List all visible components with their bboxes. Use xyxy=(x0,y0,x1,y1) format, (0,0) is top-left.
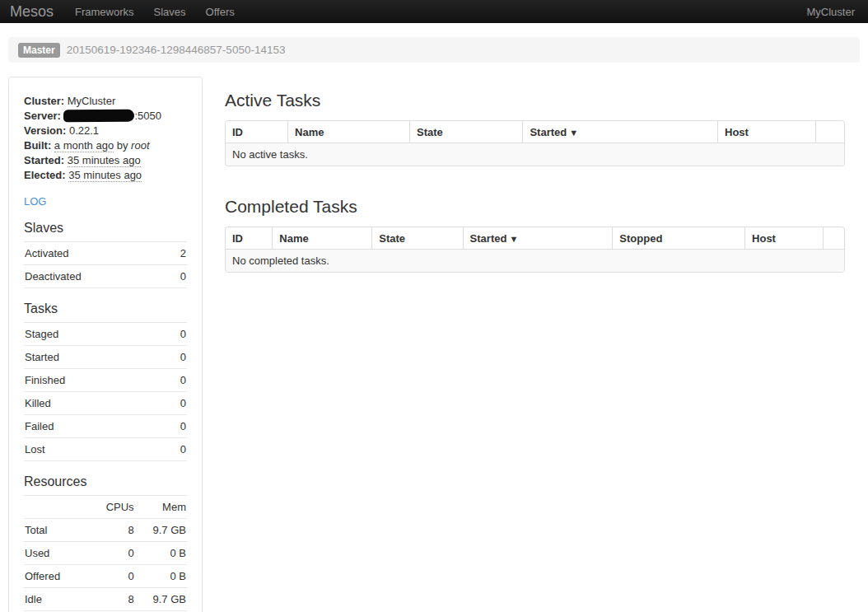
tasks-failed-value: 0 xyxy=(162,415,187,438)
active-col-id[interactable]: ID xyxy=(226,121,287,142)
active-col-host[interactable]: Host xyxy=(717,121,815,142)
slaves-table: Activated 2 Deactivated 0 xyxy=(24,242,187,288)
completed-col-host[interactable]: Host xyxy=(744,227,823,249)
slaves-activated-value: 2 xyxy=(168,242,187,265)
version-label: Version: xyxy=(24,124,66,137)
active-col-name[interactable]: Name xyxy=(287,121,409,142)
cluster-label: Cluster: xyxy=(24,95,64,107)
nav-offers[interactable]: Offers xyxy=(196,6,245,18)
tasks-killed-value: 0 xyxy=(162,392,187,415)
elected-time: 35 minutes ago xyxy=(68,169,142,182)
tasks-lost-value: 0 xyxy=(162,438,187,461)
tasks-table: Staged 0 Started 0 Finished 0 Killed 0 F… xyxy=(24,323,187,461)
column-label: Name xyxy=(295,126,324,138)
log-link[interactable]: LOG xyxy=(24,195,46,208)
table-row: Finished 0 xyxy=(24,369,187,392)
resources-offered-cpus: 0 xyxy=(89,565,134,588)
table-row: Killed 0 xyxy=(24,392,187,415)
table-row: CPUs Mem xyxy=(24,496,187,519)
column-label: State xyxy=(417,126,443,138)
completed-tasks-header-row: ID Name State Started▼ Stopped Host xyxy=(226,227,844,249)
slaves-section-title: Slaves xyxy=(24,221,187,242)
cluster-value: MyCluster xyxy=(68,95,116,107)
resources-idle-mem: 9.7 GB xyxy=(135,588,187,611)
resources-total-cpus: 8 xyxy=(89,519,134,542)
completed-tasks-title: Completed Tasks xyxy=(225,197,845,217)
tasks-finished-value: 0 xyxy=(162,369,187,392)
redacted-server-host xyxy=(63,110,134,123)
column-label: Host xyxy=(725,126,749,138)
completed-col-state[interactable]: State xyxy=(371,227,462,249)
completed-col-name[interactable]: Name xyxy=(272,227,371,249)
column-label: ID xyxy=(232,232,243,245)
slaves-deactivated-value: 0 xyxy=(168,265,187,288)
resources-corner-cell xyxy=(24,496,89,519)
column-label: Name xyxy=(279,232,308,245)
table-row: Failed 0 xyxy=(24,415,187,438)
table-row: Idle 8 9.7 GB xyxy=(24,588,187,611)
top-navbar: Mesos Frameworks Slaves Offers MyCluster xyxy=(0,0,868,23)
resources-offered-label: Offered xyxy=(24,565,89,588)
nav-slaves[interactable]: Slaves xyxy=(144,6,196,18)
sort-desc-icon: ▼ xyxy=(569,128,578,138)
built-by-text: by xyxy=(117,139,128,152)
tasks-failed-label: Failed xyxy=(24,415,162,438)
table-row: Lost 0 xyxy=(24,438,187,461)
breadcrumb: Master 20150619-192346-1298446857-5050-1… xyxy=(8,37,860,63)
completed-col-stopped[interactable]: Stopped xyxy=(612,227,744,249)
completed-col-id[interactable]: ID xyxy=(226,227,272,249)
resources-table: CPUs Mem Total 8 9.7 GB Used 0 0 B Offer… xyxy=(24,496,187,611)
completed-tasks-table: ID Name State Started▼ Stopped Host No c… xyxy=(225,227,845,273)
navbar-cluster-name: MyCluster xyxy=(806,6,868,18)
column-label: Stopped xyxy=(619,232,662,245)
column-label: Host xyxy=(752,232,776,245)
table-row: Activated 2 xyxy=(24,242,187,265)
column-label: Started xyxy=(470,232,507,245)
slaves-deactivated-label: Deactivated xyxy=(24,265,168,288)
master-id: 20150619-192346-1298446857-5050-14153 xyxy=(67,44,286,56)
version-info-line: Version: 0.22.1 xyxy=(24,124,187,138)
active-tasks-empty-message: No active tasks. xyxy=(226,142,844,166)
column-label: Started xyxy=(530,126,567,138)
started-info-line: Started: 35 minutes ago xyxy=(24,153,187,168)
completed-tasks-empty-message: No completed tasks. xyxy=(226,249,844,272)
table-row: Used 0 0 B xyxy=(24,542,187,565)
server-info-line: Server: :5050 xyxy=(24,109,187,124)
elected-label: Elected: xyxy=(24,169,66,181)
table-row: Deactivated 0 xyxy=(24,265,187,288)
tasks-staged-value: 0 xyxy=(162,323,187,346)
tasks-staged-label: Staged xyxy=(24,323,162,346)
table-row: Total 8 9.7 GB xyxy=(24,519,187,542)
resources-used-label: Used xyxy=(24,542,89,565)
main-content: Active Tasks ID Name State Started▼ Host… xyxy=(203,63,860,273)
sidebar-panel: Cluster: MyCluster Server: :5050 Version… xyxy=(8,77,203,612)
completed-tasks-empty-row: No completed tasks. xyxy=(226,249,844,272)
elected-info-line: Elected: 35 minutes ago xyxy=(24,168,187,183)
active-col-blank xyxy=(815,121,844,142)
table-row: Started 0 xyxy=(24,346,187,369)
resources-used-mem: 0 B xyxy=(135,542,187,565)
resources-idle-cpus: 8 xyxy=(89,588,134,611)
resources-col-mem: Mem xyxy=(135,496,187,519)
resources-offered-mem: 0 B xyxy=(135,565,187,588)
built-time: a month ago xyxy=(54,139,114,152)
tasks-lost-label: Lost xyxy=(24,438,162,461)
started-label: Started: xyxy=(24,154,64,166)
active-tasks-empty-row: No active tasks. xyxy=(226,142,844,166)
completed-col-started[interactable]: Started▼ xyxy=(463,227,613,249)
started-time: 35 minutes ago xyxy=(68,154,141,167)
built-label: Built: xyxy=(24,139,51,152)
server-port: :5050 xyxy=(134,110,161,122)
resources-section-title: Resources xyxy=(24,474,187,496)
brand-mesos[interactable]: Mesos xyxy=(0,3,65,21)
nav-frameworks[interactable]: Frameworks xyxy=(65,6,144,18)
resources-idle-label: Idle xyxy=(24,588,89,611)
column-label: ID xyxy=(232,126,243,138)
tasks-section-title: Tasks xyxy=(24,301,187,323)
master-badge: Master xyxy=(18,43,60,58)
active-tasks-title: Active Tasks xyxy=(225,91,845,110)
active-col-started[interactable]: Started▼ xyxy=(522,121,717,142)
active-col-state[interactable]: State xyxy=(409,121,522,142)
resources-total-label: Total xyxy=(24,519,89,542)
active-tasks-table: ID Name State Started▼ Host No active ta… xyxy=(225,120,845,166)
